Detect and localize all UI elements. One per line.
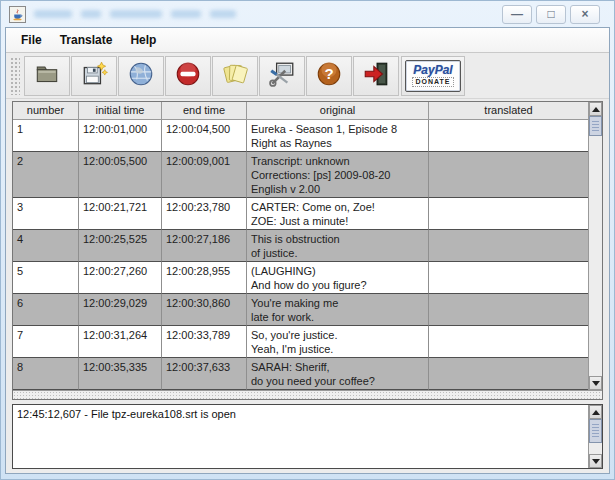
table-horizontal-scrollbar[interactable] xyxy=(13,390,602,399)
cell-original[interactable]: Transcript: unknown Corrections: [ps] 20… xyxy=(247,152,429,198)
app-window: — □ × File Translate Help xyxy=(0,0,615,480)
window-title-blurred xyxy=(34,10,236,18)
cell-original[interactable]: Eureka - Season 1, Episode 8 Right as Ra… xyxy=(247,120,429,152)
cell-translated[interactable] xyxy=(429,230,588,262)
help-button[interactable]: ? xyxy=(306,56,352,96)
svg-text:?: ? xyxy=(324,65,333,82)
cell-number[interactable]: 1 xyxy=(13,120,79,152)
menu-help[interactable]: Help xyxy=(121,30,165,50)
scrollbar-thumb[interactable] xyxy=(589,419,602,443)
table-row[interactable]: 4 12:00:25,525 12:00:27,186 This is obst… xyxy=(13,230,588,262)
table-row[interactable]: 1 12:00:01,000 12:00:04,500 Eureka - Sea… xyxy=(13,120,588,152)
toolbar: ? PayPal DONATE xyxy=(6,53,609,99)
cell-original[interactable]: So, you're justice. Yeah, I'm justice. xyxy=(247,326,429,358)
open-file-button[interactable] xyxy=(24,56,70,96)
cell-original[interactable]: This is obstruction of justice. xyxy=(247,230,429,262)
cell-initial-time[interactable]: 12:00:35,335 xyxy=(79,358,162,390)
toolbar-drag-handle[interactable] xyxy=(10,57,20,95)
cell-end-time[interactable]: 12:00:30,860 xyxy=(162,294,247,326)
cell-initial-time[interactable]: 12:00:27,260 xyxy=(79,262,162,294)
col-header-original[interactable]: original xyxy=(247,102,429,119)
cell-translated[interactable] xyxy=(429,152,588,198)
col-header-initial-time[interactable]: initial time xyxy=(79,102,162,119)
save-as-button[interactable] xyxy=(71,56,117,96)
cell-translated[interactable] xyxy=(429,326,588,358)
stop-button[interactable] xyxy=(165,56,211,96)
table-row[interactable]: 6 12:00:29,029 12:00:30,860 You're makin… xyxy=(13,294,588,326)
table-header: number initial time end time original tr… xyxy=(13,102,588,120)
donate-text: DONATE xyxy=(412,77,453,87)
settings-button[interactable] xyxy=(259,56,305,96)
paypal-text: PayPal xyxy=(413,64,452,76)
minimize-button[interactable]: — xyxy=(502,5,532,24)
cell-end-time[interactable]: 12:00:28,955 xyxy=(162,262,247,294)
cell-number[interactable]: 2 xyxy=(13,152,79,198)
notes-stack-icon xyxy=(221,60,249,92)
menu-translate[interactable]: Translate xyxy=(51,30,122,50)
cell-end-time[interactable]: 12:00:33,789 xyxy=(162,326,247,358)
cell-translated[interactable] xyxy=(429,198,588,230)
stop-icon xyxy=(174,60,202,92)
paypal-logo: PayPal DONATE xyxy=(405,60,461,92)
cell-initial-time[interactable]: 12:00:31,264 xyxy=(79,326,162,358)
table-row[interactable]: 2 12:00:05,500 12:00:09,001 Transcript: … xyxy=(13,152,588,198)
status-log: 12:45:12,607 - File tpz-eureka108.srt is… xyxy=(12,404,603,469)
cell-translated[interactable] xyxy=(429,120,588,152)
table-vertical-scrollbar[interactable] xyxy=(588,102,602,390)
globe-icon xyxy=(127,60,155,92)
triangle-up-icon xyxy=(592,107,600,112)
cell-end-time[interactable]: 12:00:27,186 xyxy=(162,230,247,262)
close-button[interactable]: × xyxy=(570,5,600,24)
cell-end-time[interactable]: 12:00:04,500 xyxy=(162,120,247,152)
col-header-translated[interactable]: translated xyxy=(429,102,588,119)
help-question-icon: ? xyxy=(315,60,343,92)
cell-original[interactable]: You're making me late for work. xyxy=(247,294,429,326)
cell-initial-time[interactable]: 12:00:29,029 xyxy=(79,294,162,326)
cell-translated[interactable] xyxy=(429,262,588,294)
menubar: File Translate Help xyxy=(6,28,609,53)
status-log-text: 12:45:12,607 - File tpz-eureka108.srt is… xyxy=(13,405,588,468)
cell-number[interactable]: 6 xyxy=(13,294,79,326)
table-row[interactable]: 5 12:00:27,260 12:00:28,955 (LAUGHING) A… xyxy=(13,262,588,294)
cell-initial-time[interactable]: 12:00:05,500 xyxy=(79,152,162,198)
cell-initial-time[interactable]: 12:00:21,721 xyxy=(79,198,162,230)
col-header-number[interactable]: number xyxy=(13,102,79,119)
table-row[interactable]: 8 12:00:35,335 12:00:37,633 SARAH: Sheri… xyxy=(13,358,588,390)
scrollbar-thumb[interactable] xyxy=(589,116,602,136)
cell-number[interactable]: 5 xyxy=(13,262,79,294)
scroll-up-button[interactable] xyxy=(589,405,602,419)
cell-translated[interactable] xyxy=(429,294,588,326)
paypal-donate-button[interactable]: PayPal DONATE xyxy=(401,56,465,96)
menu-file[interactable]: File xyxy=(12,30,51,50)
cell-number[interactable]: 4 xyxy=(13,230,79,262)
log-vertical-scrollbar[interactable] xyxy=(588,405,602,468)
cell-original[interactable]: SARAH: Sheriff, do you need your coffee? xyxy=(247,358,429,390)
scrollbar-track[interactable] xyxy=(589,136,602,376)
cell-number[interactable]: 3 xyxy=(13,198,79,230)
titlebar[interactable]: — □ × xyxy=(1,1,614,27)
maximize-button[interactable]: □ xyxy=(536,5,566,24)
table-row[interactable]: 3 12:00:21,721 12:00:23,780 CARTER: Come… xyxy=(13,198,588,230)
cell-end-time[interactable]: 12:00:37,633 xyxy=(162,358,247,390)
table-row[interactable]: 7 12:00:31,264 12:00:33,789 So, you're j… xyxy=(13,326,588,358)
cell-initial-time[interactable]: 12:00:01,000 xyxy=(79,120,162,152)
cell-original[interactable]: CARTER: Come on, Zoe! ZOE: Just a minute… xyxy=(247,198,429,230)
app-frame: File Translate Help xyxy=(5,27,610,474)
triangle-down-icon xyxy=(592,381,600,386)
cell-translated[interactable] xyxy=(429,358,588,390)
cell-original[interactable]: (LAUGHING) And how do you figure? xyxy=(247,262,429,294)
cell-number[interactable]: 7 xyxy=(13,326,79,358)
cell-end-time[interactable]: 12:00:09,001 xyxy=(162,152,247,198)
scroll-down-button[interactable] xyxy=(589,454,602,468)
scroll-up-button[interactable] xyxy=(589,102,602,116)
exit-button[interactable] xyxy=(353,56,399,96)
cell-initial-time[interactable]: 12:00:25,525 xyxy=(79,230,162,262)
web-translate-button[interactable] xyxy=(118,56,164,96)
scrollbar-track[interactable] xyxy=(589,443,602,454)
cell-end-time[interactable]: 12:00:23,780 xyxy=(162,198,247,230)
notes-button[interactable] xyxy=(212,56,258,96)
subtitle-table: number initial time end time original tr… xyxy=(12,101,603,400)
scroll-down-button[interactable] xyxy=(589,376,602,390)
col-header-end-time[interactable]: end time xyxy=(162,102,247,119)
cell-number[interactable]: 8 xyxy=(13,358,79,390)
